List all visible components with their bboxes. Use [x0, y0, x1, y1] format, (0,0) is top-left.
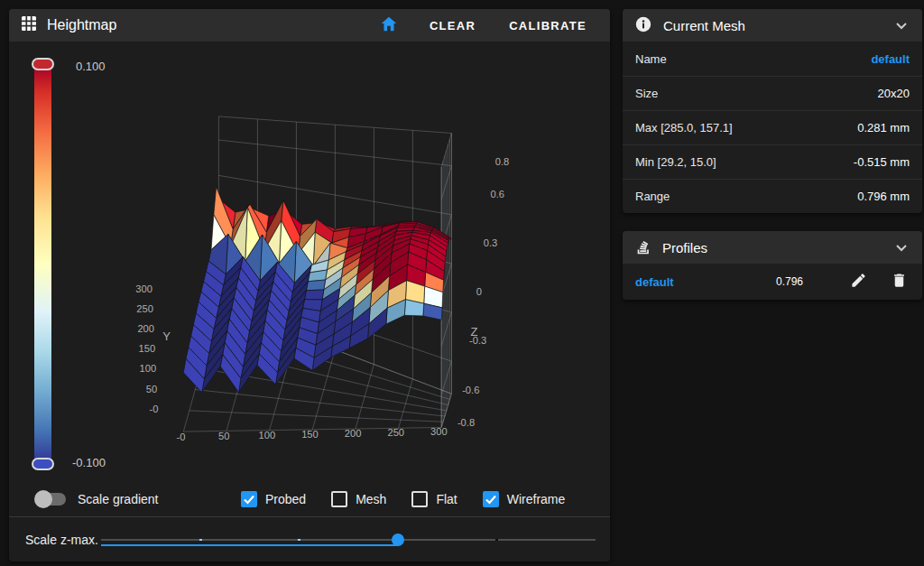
gradient-max-handle[interactable]: [32, 58, 54, 70]
mesh-row-size: Size 20x20: [623, 76, 922, 110]
reset-view-button[interactable]: [370, 11, 408, 41]
display-mode-checkboxes: Probed Mesh Flat Wireframe: [241, 482, 565, 516]
gradient-min-handle[interactable]: [32, 458, 54, 470]
home-icon: [379, 14, 399, 37]
svg-text:-0.8: -0.8: [457, 417, 475, 428]
gradient-max-label: 0.100: [76, 60, 106, 73]
scale-gradient-label: Scale gradient: [78, 482, 159, 516]
scale-z-slider[interactable]: [101, 534, 596, 546]
profile-name-link[interactable]: default: [635, 275, 756, 289]
svg-text:-0.6: -0.6: [462, 385, 479, 395]
heightmap-panel: Heightmap CLEAR CALIBRATE -0501001502002…: [9, 9, 610, 561]
svg-text:100: 100: [259, 430, 276, 441]
slider-tick: [298, 539, 300, 541]
svg-text:300: 300: [430, 426, 448, 437]
checkbox-probed[interactable]: Probed: [241, 491, 306, 507]
profiles-header: Profiles: [623, 231, 922, 264]
checkbox-flat[interactable]: Flat: [411, 491, 457, 507]
svg-text:-0: -0: [177, 431, 186, 442]
heightmap-3d-plot[interactable]: -050100150200250300-0501001502002503000.…: [9, 42, 610, 482]
svg-text:50: 50: [218, 431, 229, 441]
chevron-down-icon: [896, 19, 907, 32]
checkbox-box: [241, 491, 257, 507]
slider-tick: [199, 539, 202, 541]
svg-text:-0: -0: [149, 404, 158, 414]
mesh-row-name: Name default: [623, 42, 922, 76]
heightmap-grid-icon: [21, 15, 37, 35]
mesh-name-value: default: [871, 52, 910, 66]
slider-tick: [495, 539, 498, 541]
heightmap-plot-area: -050100150200250300-0501001502002503000.…: [9, 42, 610, 482]
svg-text:250: 250: [136, 303, 153, 314]
svg-text:150: 150: [138, 343, 155, 354]
info-icon: [634, 15, 652, 36]
checkbox-box: [411, 491, 428, 507]
svg-text:200: 200: [345, 428, 362, 439]
mesh-row-min: Min [29.2, 15.0] -0.515 mm: [623, 144, 922, 179]
delete-profile-button[interactable]: [889, 270, 910, 293]
svg-text:150: 150: [301, 429, 319, 440]
page-title: Heightmap: [47, 17, 116, 33]
profile-range-value: 0.796: [776, 275, 803, 288]
gradient-min-label: -0.100: [72, 456, 106, 469]
current-mesh-header: Current Mesh: [623, 9, 922, 42]
svg-text:0.3: 0.3: [484, 237, 498, 248]
svg-text:100: 100: [140, 363, 157, 374]
slider-fill: [101, 544, 398, 546]
svg-text:300: 300: [135, 283, 152, 294]
profiles-card: Profiles default 0.796: [623, 231, 922, 300]
profiles-stack-icon: [634, 237, 651, 257]
slider-track[interactable]: [101, 539, 596, 541]
profile-list-item: default 0.796: [623, 264, 922, 300]
gradient-legend-bar: [34, 65, 51, 462]
scale-z-label: Scale z-max.: [25, 517, 98, 561]
scale-gradient-toggle[interactable]: [34, 490, 69, 508]
checkbox-mesh[interactable]: Mesh: [331, 491, 386, 507]
profiles-title: Profiles: [662, 240, 707, 255]
toggle-knob: [34, 490, 52, 508]
calibrate-button[interactable]: CALIBRATE: [497, 14, 598, 38]
heightmap-toolbar: Heightmap CLEAR CALIBRATE: [9, 9, 610, 42]
svg-text:0.8: 0.8: [495, 156, 510, 167]
svg-text:Y: Y: [162, 329, 171, 343]
current-mesh-title: Current Mesh: [663, 18, 745, 33]
pencil-icon: [850, 272, 867, 292]
slider-thumb[interactable]: [392, 534, 404, 546]
svg-text:0.6: 0.6: [491, 189, 505, 199]
mesh-row-range: Range 0.796 mm: [623, 179, 922, 213]
trash-icon: [891, 272, 908, 292]
current-mesh-card: Current Mesh Name default Size 20x20 Max…: [623, 9, 922, 213]
right-sidebar: Current Mesh Name default Size 20x20 Max…: [623, 9, 922, 318]
edit-profile-button[interactable]: [848, 270, 869, 293]
current-mesh-collapse-button[interactable]: [892, 15, 910, 36]
svg-text:250: 250: [387, 427, 404, 438]
display-options-row: Scale gradient Probed Mesh Flat: [9, 482, 610, 516]
svg-text:0: 0: [476, 286, 482, 297]
profiles-collapse-button[interactable]: [892, 237, 910, 258]
svg-text:Z: Z: [471, 325, 478, 339]
svg-text:200: 200: [137, 323, 154, 334]
checkbox-box: [483, 491, 499, 507]
scale-z-row: Scale z-max.: [9, 516, 610, 561]
svg-text:50: 50: [146, 384, 157, 394]
clear-button[interactable]: CLEAR: [418, 14, 487, 38]
checkbox-wireframe[interactable]: Wireframe: [483, 491, 566, 507]
checkbox-box: [331, 491, 347, 507]
mesh-row-max: Max [285.0, 157.1] 0.281 mm: [623, 110, 922, 144]
chevron-down-icon: [896, 241, 907, 255]
